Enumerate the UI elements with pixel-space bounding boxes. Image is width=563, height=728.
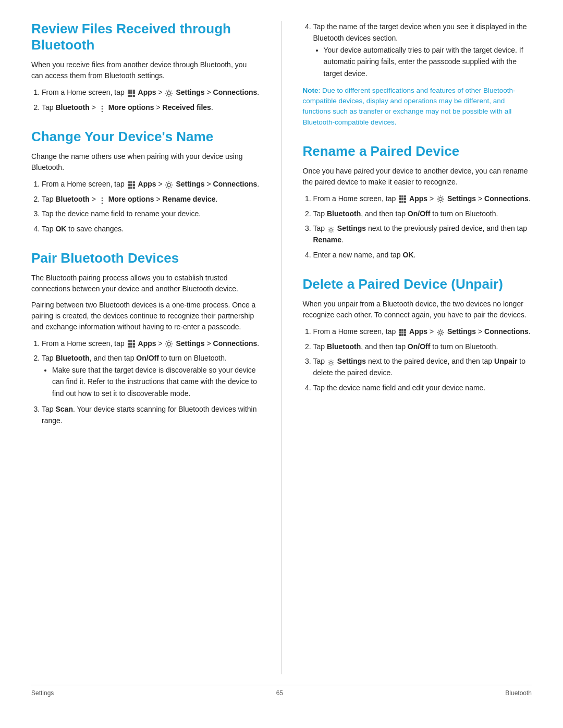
pair-devices-intro1: The Bluetooth pairing process allows you… <box>31 273 261 294</box>
note-text: Note: Due to different specifications an… <box>303 85 532 128</box>
change-name-heading: Change Your Device's Name <box>31 129 261 145</box>
svg-rect-28 <box>133 340 135 342</box>
section-pair-cont: Tap the name of the target device when y… <box>303 21 532 128</box>
review-files-heading: Review Files Received through Bluetooth <box>31 21 261 53</box>
svg-rect-13 <box>128 181 130 183</box>
pair-cont-steps: Tap the name of the target device when y… <box>313 21 532 79</box>
section-review-files: Review Files Received through Bluetooth … <box>31 21 261 113</box>
main-columns: Review Files Received through Bluetooth … <box>31 21 532 674</box>
settings-icon <box>165 181 173 189</box>
list-item: Tap Bluetooth, and then tap On/Off to tu… <box>313 341 532 352</box>
settings-icon <box>165 89 173 97</box>
list-item: Tap Bluetooth, and then tap On/Off to tu… <box>313 208 532 219</box>
list-item: Enter a new name, and tap OK. <box>313 249 532 261</box>
svg-point-56 <box>439 331 442 334</box>
apps-icon <box>127 340 136 348</box>
svg-rect-47 <box>399 329 401 331</box>
svg-rect-49 <box>404 329 406 331</box>
svg-rect-15 <box>133 181 135 183</box>
section-delete-paired: Delete a Paired Device (Unpair) When you… <box>303 276 532 393</box>
svg-rect-8 <box>133 95 135 97</box>
svg-point-22 <box>167 183 170 187</box>
list-item: From a Home screen, tap Apps > Settings … <box>42 178 261 190</box>
settings-icon <box>436 328 445 337</box>
svg-rect-53 <box>399 334 401 336</box>
svg-rect-27 <box>130 340 132 342</box>
svg-rect-1 <box>130 90 132 92</box>
svg-rect-34 <box>133 346 135 348</box>
list-item: Tap Scan. Your device starts scanning fo… <box>42 403 261 427</box>
svg-rect-36 <box>399 195 401 198</box>
svg-rect-42 <box>399 201 401 203</box>
svg-point-12 <box>101 111 103 113</box>
svg-point-9 <box>167 92 170 95</box>
svg-point-10 <box>101 106 103 107</box>
svg-rect-30 <box>130 343 132 345</box>
list-item: Tap Settings next to the paired device, … <box>313 355 532 379</box>
apps-icon <box>127 181 136 189</box>
list-item: Your device automatically tries to pair … <box>324 44 532 79</box>
svg-rect-54 <box>401 334 403 336</box>
svg-rect-26 <box>128 340 130 342</box>
svg-rect-51 <box>401 331 403 334</box>
note-label: Note <box>303 87 319 94</box>
svg-point-46 <box>329 229 332 231</box>
section-pair-devices: Pair Bluetooth Devices The Bluetooth pai… <box>31 250 261 427</box>
svg-point-25 <box>101 203 103 204</box>
list-item: From a Home screen, tap Apps > Settings … <box>42 338 261 349</box>
list-item: Tap OK to save changes. <box>42 223 261 235</box>
svg-rect-16 <box>128 184 130 186</box>
apps-icon <box>127 89 136 97</box>
rename-paired-heading: Rename a Paired Device <box>303 143 532 159</box>
svg-rect-37 <box>401 195 403 198</box>
section-rename-paired: Rename a Paired Device Once you have pai… <box>303 143 532 261</box>
more-options-icon <box>99 196 106 203</box>
gear-small-icon <box>327 358 335 365</box>
column-divider <box>282 21 282 674</box>
pair-devices-heading: Pair Bluetooth Devices <box>31 250 261 266</box>
svg-point-23 <box>101 198 103 199</box>
svg-rect-38 <box>404 195 406 198</box>
svg-rect-14 <box>130 181 132 183</box>
list-item: Tap Bluetooth > More options > Rename de… <box>42 193 261 205</box>
svg-rect-41 <box>404 198 406 200</box>
left-column: Review Files Received through Bluetooth … <box>31 21 261 674</box>
list-item: Tap the device name field to rename your… <box>42 208 261 219</box>
pair-devices-intro2: Pairing between two Bluetooth devices is… <box>31 300 261 332</box>
svg-rect-44 <box>404 201 406 203</box>
svg-rect-3 <box>128 92 130 94</box>
review-files-intro: When you receive files from another devi… <box>31 59 261 81</box>
svg-rect-4 <box>130 92 132 94</box>
svg-rect-2 <box>133 90 135 92</box>
svg-point-35 <box>167 342 170 346</box>
delete-paired-heading: Delete a Paired Device (Unpair) <box>303 276 532 292</box>
list-item: Tap the device name field and edit your … <box>313 382 532 393</box>
svg-rect-17 <box>130 184 132 186</box>
svg-point-24 <box>101 200 103 202</box>
section-change-name: Change Your Device's Name Change the nam… <box>31 129 261 235</box>
svg-rect-7 <box>130 95 132 97</box>
svg-rect-32 <box>128 346 130 348</box>
svg-rect-18 <box>133 184 135 186</box>
gear-small-icon <box>327 225 335 232</box>
svg-rect-39 <box>399 198 401 200</box>
list-item: Make sure that the target device is disc… <box>52 364 261 399</box>
apps-icon <box>398 195 407 203</box>
page: Review Files Received through Bluetooth … <box>0 0 563 728</box>
svg-rect-29 <box>128 343 130 345</box>
svg-rect-5 <box>133 92 135 94</box>
svg-rect-6 <box>128 95 130 97</box>
svg-rect-19 <box>128 187 130 189</box>
svg-rect-52 <box>404 331 406 334</box>
right-column: Tap the name of the target device when y… <box>303 21 532 674</box>
svg-rect-48 <box>401 329 403 331</box>
svg-rect-21 <box>133 187 135 189</box>
list-item: From a Home screen, tap Apps > Settings … <box>313 326 532 337</box>
svg-rect-31 <box>133 343 135 345</box>
list-item: Tap Settings next to the previously pair… <box>313 223 532 246</box>
svg-rect-50 <box>399 331 401 334</box>
pair-devices-steps: From a Home screen, tap Apps > Settings … <box>42 338 261 427</box>
more-options-icon <box>99 104 106 112</box>
footer-page-number: 65 <box>276 689 283 697</box>
settings-icon <box>436 195 445 203</box>
